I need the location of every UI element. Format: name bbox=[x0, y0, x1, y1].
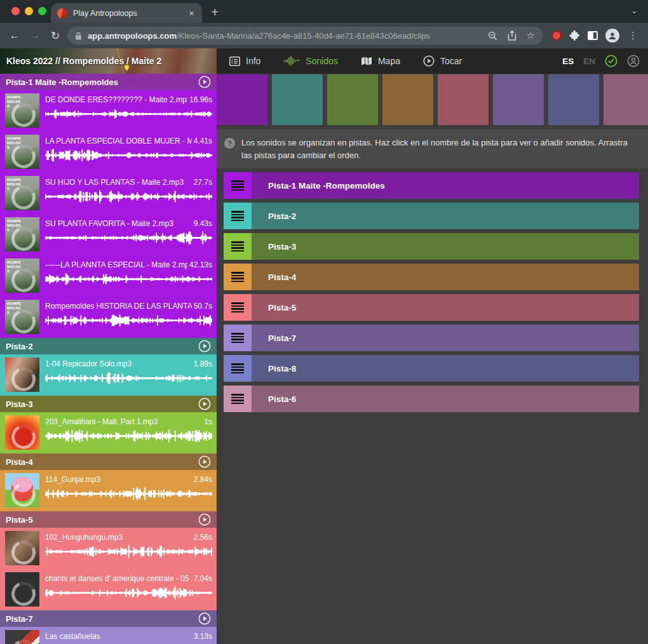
track-name-bar[interactable]: Pista-3 bbox=[252, 233, 639, 260]
clip-info: SU PLANTA FAVORITA - Maite 2.mp39.43s bbox=[45, 217, 212, 255]
sidebar-track-header[interactable]: Pista-7 bbox=[0, 610, 217, 627]
track-drag-handle[interactable] bbox=[224, 386, 252, 412]
back-button[interactable]: ← bbox=[6, 27, 23, 44]
sidebar-track-title: Pista-7 bbox=[6, 614, 33, 624]
track-drag-handle[interactable] bbox=[224, 172, 252, 199]
nav-item-sonidos[interactable]: Sonidos bbox=[283, 56, 338, 66]
track-name-bar[interactable]: Pista-5 bbox=[252, 294, 639, 321]
clip-item[interactable]: 114_Gunjai.mp32.84s bbox=[0, 470, 217, 511]
track-play-button[interactable] bbox=[198, 455, 211, 468]
clip-item[interactable]: ROMPEMOLDESRompemoldes HISTORIA DE LAS P… bbox=[0, 297, 217, 338]
clip-item[interactable]: ROMPEMOLDESSU PLANTA FAVORITA - Maite 2.… bbox=[0, 214, 217, 255]
clip-item[interactable]: ROMPEMOLDESLA PLANTA ESPECIAL DOBLE MUJE… bbox=[0, 131, 217, 173]
track-drag-handle[interactable] bbox=[224, 203, 252, 229]
drag-handle-bar-icon bbox=[231, 241, 244, 243]
clip-thumbnail: ROMPEMOLDES bbox=[5, 176, 39, 210]
track-name-bar[interactable]: Pista-4 bbox=[252, 264, 639, 290]
tab-close-icon[interactable]: × bbox=[187, 8, 196, 18]
track-drag-handle[interactable] bbox=[224, 294, 252, 321]
clip-duration: 3.13s bbox=[194, 632, 212, 641]
sidebar-track-header[interactable]: Pista-4 bbox=[0, 453, 217, 470]
clip-info: 114_Gunjai.mp32.84s bbox=[45, 473, 212, 511]
sidebar-track-header[interactable]: Pista-3 bbox=[0, 396, 217, 412]
chrome-menu-icon[interactable]: ⋮ bbox=[627, 30, 639, 41]
nav-item-tocar[interactable]: Tocar bbox=[423, 55, 462, 67]
clip-item[interactable]: ROMPEMOLDESSU HIJO Y LAS PLANTAS - Maite… bbox=[0, 173, 217, 214]
extensions-puzzle-icon[interactable] bbox=[569, 30, 580, 41]
track-play-button[interactable] bbox=[198, 612, 211, 625]
track-play-button[interactable] bbox=[198, 398, 211, 410]
clip-title-row: SU PLANTA FAVORITA - Maite 2.mp39.43s bbox=[45, 219, 212, 228]
clip-title-row: DE DONDE ERES???????? - Maite 2.mp316.96… bbox=[45, 95, 212, 104]
nav-item-label: Mapa bbox=[378, 56, 400, 66]
check-circle-icon[interactable] bbox=[605, 55, 618, 67]
share-icon[interactable] bbox=[508, 30, 516, 41]
sidebar-track-header[interactable]: Pista-2 bbox=[0, 338, 217, 354]
clip-item[interactable]: Las castañuelas3.13s bbox=[0, 627, 217, 644]
clips-sidebar: Pista-1 Maite -RompemoldesROMPEMOLDESDE … bbox=[0, 74, 217, 644]
profile-avatar[interactable] bbox=[605, 29, 619, 43]
new-tab-button[interactable]: + bbox=[211, 4, 219, 20]
clip-name: DE DONDE ERES???????? - Maite 2.mp3 bbox=[45, 95, 187, 104]
drag-handle-bar-icon bbox=[231, 333, 244, 335]
nav-item-label: Info bbox=[246, 56, 260, 66]
sidebar-clip-list: ROMPEMOLDESDE DONDE ERES???????? - Maite… bbox=[0, 90, 217, 338]
track-name-bar[interactable]: Pista-1 Maite -Rompemoldes bbox=[252, 172, 639, 199]
clip-item[interactable]: 102_Hunguhungu.mp32.56s bbox=[0, 528, 217, 569]
sidebar-track-header[interactable]: Pista-5 bbox=[0, 511, 217, 528]
clip-item[interactable]: chants et danses d' amerique centrale - … bbox=[0, 569, 217, 610]
sidebar-track-header[interactable]: Pista-1 Maite -Rompemoldes bbox=[0, 74, 217, 90]
clip-title-row: 102_Hunguhungu.mp32.56s bbox=[45, 533, 212, 542]
lang-es[interactable]: ES bbox=[562, 57, 574, 66]
clip-name: chants et danses d' amerique centrale - … bbox=[45, 574, 192, 583]
sidebar-track-title: Pista-1 Maite -Rompemoldes bbox=[6, 77, 118, 87]
track-name-bar[interactable]: Pista-7 bbox=[252, 325, 639, 351]
sidebar-track-title: Pista-3 bbox=[6, 399, 33, 409]
lang-en[interactable]: EN bbox=[583, 57, 595, 66]
account-icon[interactable] bbox=[627, 55, 640, 67]
thumb-label: ROMPEMOLDES bbox=[7, 302, 22, 315]
window-close-button[interactable] bbox=[11, 7, 20, 15]
clip-waveform bbox=[45, 314, 212, 327]
track-name-bar[interactable]: Pista-8 bbox=[252, 355, 639, 382]
track-color-swatch bbox=[327, 74, 378, 125]
sidebar-track-section: Pista-3203_Amalihani - Mali: Part 1.mp31… bbox=[0, 396, 217, 453]
track-name-bar[interactable]: Pista-6 bbox=[252, 386, 639, 412]
track-drag-handle[interactable] bbox=[224, 264, 252, 290]
forward-button[interactable]: → bbox=[27, 27, 43, 44]
track-play-button[interactable] bbox=[198, 340, 211, 352]
track-drag-handle[interactable] bbox=[224, 325, 252, 351]
clip-item[interactable]: 203_Amalihani - Mali: Part 1.mp31s bbox=[0, 412, 217, 453]
nav-item-info[interactable]: Info bbox=[229, 56, 260, 66]
track-play-button[interactable] bbox=[198, 513, 211, 526]
browser-toolbar: ← → ↻ app.antropoloops.com/Kleos-Santa-M… bbox=[0, 23, 648, 48]
nav-item-label: Sonidos bbox=[306, 56, 338, 66]
zoom-icon[interactable] bbox=[488, 31, 497, 41]
address-bar[interactable]: app.antropoloops.com/Kleos-Santa-Marina/… bbox=[67, 27, 543, 44]
reload-button[interactable]: ↻ bbox=[47, 27, 64, 44]
window-zoom-button[interactable] bbox=[38, 7, 46, 15]
track-drag-handle[interactable] bbox=[224, 355, 252, 382]
drag-handle-bar-icon bbox=[231, 245, 244, 246]
map-icon bbox=[361, 57, 372, 66]
track-name-bar[interactable]: Pista-2 bbox=[252, 203, 639, 229]
clip-item[interactable]: ROMPEMOLDESDE DONDE ERES???????? - Maite… bbox=[0, 90, 217, 131]
clip-item[interactable]: ROMPEMOLDES------LA PLANNTA ESPECIAL - M… bbox=[0, 255, 217, 297]
side-panel-icon[interactable] bbox=[588, 31, 598, 40]
browser-tab[interactable]: Play Antropoloops × bbox=[51, 3, 202, 23]
track-color-swatch bbox=[438, 74, 489, 125]
drag-handle-bar-icon bbox=[231, 180, 244, 182]
tab-search-chevron-icon[interactable]: ⌄ bbox=[631, 6, 638, 15]
clip-info: SU HIJO Y LAS PLANTAS - Maite 2.mp327.7s bbox=[45, 176, 212, 214]
map-preview[interactable]: Kleos 2022 // Rompemoldes / Maite 2 bbox=[0, 48, 217, 74]
clip-thumbnail bbox=[5, 473, 39, 507]
track-play-button[interactable] bbox=[198, 76, 211, 88]
window-minimize-button[interactable] bbox=[25, 7, 33, 15]
clip-name: Rompemoldes HISTORIA DE LAS PLANTAS... bbox=[45, 302, 192, 311]
bookmark-star-icon[interactable]: ☆ bbox=[527, 30, 535, 41]
sidebar-clip-list: 114_Gunjai.mp32.84s bbox=[0, 470, 217, 511]
recording-extension-icon[interactable] bbox=[551, 30, 562, 41]
clip-item[interactable]: 1-04 Repicador Solo.mp31.89s bbox=[0, 354, 217, 396]
nav-item-mapa[interactable]: Mapa bbox=[361, 56, 400, 66]
track-drag-handle[interactable] bbox=[224, 233, 252, 260]
